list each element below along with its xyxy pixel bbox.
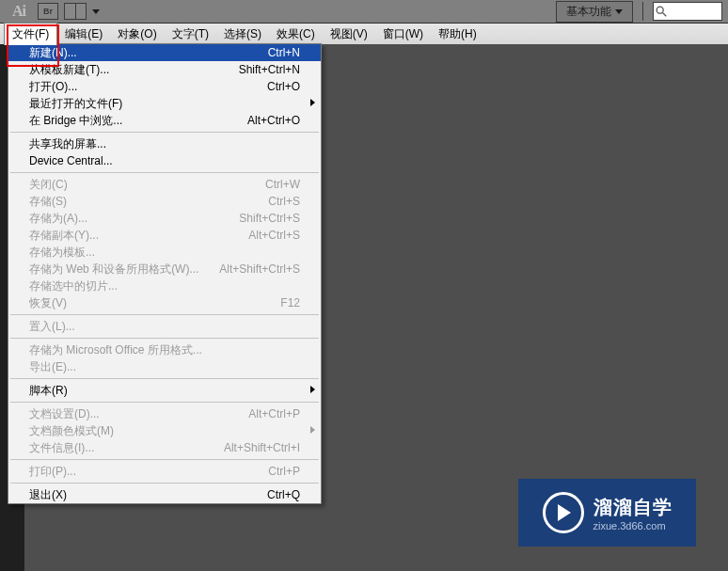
submenu-arrow-icon xyxy=(310,426,315,434)
menu-item-shortcut: Ctrl+P xyxy=(268,465,300,478)
workspace-label: 基本功能 xyxy=(566,4,611,20)
bridge-icon[interactable]: Br xyxy=(38,3,58,20)
menu-item: 文档颜色模式(M) xyxy=(8,422,321,439)
file-menu-dropdown: 新建(N)...Ctrl+N从模板新建(T)...Shift+Ctrl+N打开(… xyxy=(8,43,322,504)
watermark: 溜溜自学 zixue.3d66.com xyxy=(518,479,696,547)
menu-item[interactable]: 最近打开的文件(F) xyxy=(8,95,321,112)
menu-type[interactable]: 文字(T) xyxy=(165,24,216,44)
menu-item[interactable]: 新建(N)...Ctrl+N xyxy=(8,44,321,61)
menu-item-label: 关闭(C) xyxy=(29,177,265,193)
search-input[interactable] xyxy=(653,2,722,21)
menu-item[interactable]: 脚本(R) xyxy=(8,382,321,399)
menu-item-label: 文档颜色模式(M) xyxy=(29,423,300,439)
menu-file[interactable]: 文件(F) xyxy=(4,23,57,45)
menu-item-label: Device Central... xyxy=(29,154,300,167)
menu-item: 存储为(A)...Shift+Ctrl+S xyxy=(8,210,321,227)
menu-item-label: 存储选中的切片... xyxy=(29,278,300,294)
menu-item-label: 存储(S) xyxy=(29,194,268,210)
menu-item-label: 打印(P)... xyxy=(29,464,268,480)
menu-item-shortcut: Alt+Ctrl+P xyxy=(248,407,300,420)
menu-item-label: 存储副本(Y)... xyxy=(29,228,248,244)
chevron-down-icon[interactable] xyxy=(92,9,100,14)
watermark-title: 溜溜自学 xyxy=(593,495,673,520)
menu-item-shortcut: Shift+Ctrl+S xyxy=(239,212,300,225)
menu-item-shortcut: Ctrl+O xyxy=(267,80,300,93)
app-icons: Ai Br xyxy=(0,3,100,20)
menu-item-label: 文档设置(D)... xyxy=(29,406,248,422)
menu-item[interactable]: 共享我的屏幕... xyxy=(8,135,321,152)
menu-item[interactable]: 退出(X)Ctrl+Q xyxy=(8,486,321,503)
menu-item-label: 打开(O)... xyxy=(29,79,267,95)
menu-item-label: 导出(E)... xyxy=(29,359,300,375)
menu-window[interactable]: 窗口(W) xyxy=(375,24,431,44)
play-icon xyxy=(543,492,584,533)
menu-item: 打印(P)...Ctrl+P xyxy=(8,463,321,480)
menu-item-label: 文件信息(I)... xyxy=(29,440,224,456)
menu-item: 关闭(C)Ctrl+W xyxy=(8,176,321,193)
menu-item-shortcut: Alt+Ctrl+O xyxy=(247,114,300,127)
divider xyxy=(642,2,643,21)
menu-item-label: 存储为 Microsoft Office 所用格式... xyxy=(29,342,300,358)
menu-item: 导出(E)... xyxy=(8,358,321,375)
svg-point-0 xyxy=(657,7,663,13)
chevron-down-icon xyxy=(615,9,623,14)
menu-item-shortcut: Ctrl+W xyxy=(265,178,300,191)
menu-item-label: 从模板新建(T)... xyxy=(29,62,239,78)
menu-item-shortcut: Ctrl+S xyxy=(268,195,300,208)
menu-item-shortcut: Shift+Ctrl+N xyxy=(239,63,300,76)
menu-item: 文档设置(D)...Alt+Ctrl+P xyxy=(8,405,321,422)
menu-item-shortcut: Alt+Shift+Ctrl+I xyxy=(224,441,300,454)
title-bar: Ai Br 基本功能 xyxy=(0,0,728,24)
svg-line-1 xyxy=(663,13,667,17)
menu-edit[interactable]: 编辑(E) xyxy=(57,24,110,44)
menu-item-label: 新建(N)... xyxy=(29,45,268,61)
menu-object[interactable]: 对象(O) xyxy=(110,24,164,44)
menu-item-label: 脚本(R) xyxy=(29,383,300,399)
menu-item[interactable]: 从模板新建(T)...Shift+Ctrl+N xyxy=(8,61,321,78)
illustrator-logo: Ai xyxy=(6,3,32,20)
menu-item: 存储为 Microsoft Office 所用格式... xyxy=(8,341,321,358)
menu-item: 存储(S)Ctrl+S xyxy=(8,193,321,210)
menu-effect[interactable]: 效果(C) xyxy=(269,24,323,44)
menu-item: 存储副本(Y)...Alt+Ctrl+S xyxy=(8,227,321,244)
submenu-arrow-icon xyxy=(310,99,315,106)
menu-item-label: 存储为 Web 和设备所用格式(W)... xyxy=(29,262,219,278)
menu-view[interactable]: 视图(V) xyxy=(323,24,375,44)
menu-item: 文件信息(I)...Alt+Shift+Ctrl+I xyxy=(8,439,321,456)
menu-item-label: 存储为模板... xyxy=(29,245,300,261)
menu-item-label: 最近打开的文件(F) xyxy=(29,96,300,112)
menu-item: 恢复(V)F12 xyxy=(8,294,321,311)
topbar-right: 基本功能 xyxy=(556,1,728,23)
menu-item-label: 退出(X) xyxy=(29,487,267,503)
submenu-arrow-icon xyxy=(310,386,315,393)
menu-item: 置入(L)... xyxy=(8,318,321,335)
menu-item[interactable]: 打开(O)...Ctrl+O xyxy=(8,78,321,95)
menu-item-shortcut: Ctrl+N xyxy=(268,46,300,59)
menu-item-shortcut: F12 xyxy=(280,296,300,309)
menu-item-shortcut: Alt+Shift+Ctrl+S xyxy=(219,262,300,276)
menu-item-shortcut: Ctrl+Q xyxy=(267,488,300,501)
menu-item: 存储选中的切片... xyxy=(8,278,321,294)
menu-item-shortcut: Alt+Ctrl+S xyxy=(248,229,300,242)
menu-item: 存储为 Web 和设备所用格式(W)...Alt+Shift+Ctrl+S xyxy=(8,261,321,278)
menu-bar: 文件(F) 编辑(E) 对象(O) 文字(T) 选择(S) 效果(C) 视图(V… xyxy=(0,24,728,45)
workspace-switcher[interactable]: 基本功能 xyxy=(556,1,633,23)
menu-select[interactable]: 选择(S) xyxy=(216,24,269,44)
menu-item-label: 恢复(V) xyxy=(29,295,280,311)
menu-item[interactable]: Device Central... xyxy=(8,152,321,169)
menu-item-label: 存储为(A)... xyxy=(29,211,239,227)
menu-help[interactable]: 帮助(H) xyxy=(431,24,484,44)
menu-item-label: 在 Bridge 中浏览... xyxy=(29,113,247,129)
menu-item-label: 共享我的屏幕... xyxy=(29,136,300,152)
search-icon xyxy=(654,4,669,19)
watermark-url: zixue.3d66.com xyxy=(593,520,666,531)
layout-icon[interactable] xyxy=(64,3,87,20)
menu-item-label: 置入(L)... xyxy=(29,319,300,335)
menu-item: 存储为模板... xyxy=(8,244,321,261)
menu-item[interactable]: 在 Bridge 中浏览...Alt+Ctrl+O xyxy=(8,112,321,129)
